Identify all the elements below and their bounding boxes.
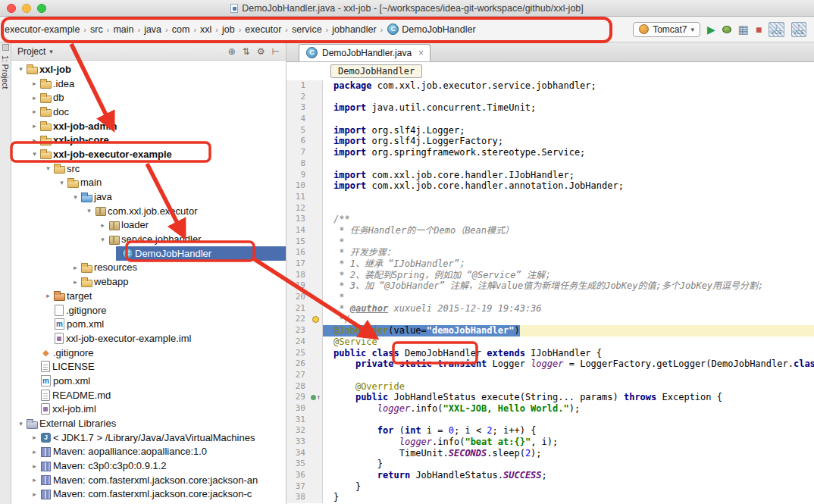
vcs-update-button[interactable]: ↓ VCS <box>769 22 784 37</box>
expand-arrow-icon[interactable]: ▸ <box>43 292 53 299</box>
expand-arrow-icon[interactable]: ▸ <box>98 221 108 229</box>
tree-item-maven-com-fasterxml-jackson-core-jackson-an[interactable]: ▸Maven: com.fasterxml.jackson.core:jacks… <box>11 473 286 487</box>
expand-arrow-icon[interactable]: ▸ <box>30 490 39 498</box>
code-line-11[interactable]: 11 <box>286 192 814 203</box>
breadcrumb-item-java[interactable]: java <box>142 23 164 36</box>
tree-item-java[interactable]: ▾java <box>11 189 286 204</box>
tree-item-readme-md[interactable]: README.md <box>11 388 286 402</box>
code-line-20[interactable]: 20 * <box>286 292 814 303</box>
code-line-18[interactable]: 18 * 2、装配到Spring，例如加 “@Service” 注解； <box>286 270 814 281</box>
tree-item-target[interactable]: ▸target <box>11 289 286 303</box>
code-line-29[interactable]: 29↑ public JobHandleStatus execute(Strin… <box>286 392 814 403</box>
code-line-3[interactable]: 3import java.util.concurrent.TimeUnit; <box>286 102 814 114</box>
code-line-5[interactable]: 5import org.slf4j.Logger; <box>286 125 814 136</box>
override-marker-icon[interactable]: ↑ <box>309 392 323 403</box>
breadcrumb-item-src[interactable]: src <box>88 23 105 36</box>
collapse-arrow-icon[interactable]: ▾ <box>57 179 67 186</box>
code-line-1[interactable]: 1package com.xxl.job.executor.service.jo… <box>286 80 814 92</box>
expand-arrow-icon[interactable]: ▸ <box>30 136 39 144</box>
code-line-33[interactable]: 33 logger.info("beat at:{}", i); <box>286 437 814 448</box>
project-tool-window-button[interactable]: 1: Project <box>1 55 10 89</box>
code-line-36[interactable]: 36 return JobHandleStatus.SUCCESS; <box>286 470 814 481</box>
tree-item-maven-com-fasterxml-jackson-core-jackson-c[interactable]: ▸Maven: com.fasterxml.jackson.core:jacks… <box>11 487 286 502</box>
code-line-12[interactable]: 12 <box>286 203 814 214</box>
locate-icon[interactable]: ⊕ <box>228 46 236 57</box>
tree-item-xxl-job-executor-example-iml[interactable]: xxl-job-executor-example.iml <box>11 331 286 346</box>
expand-arrow-icon[interactable]: ▸ <box>30 108 39 115</box>
tree-item-idea[interactable]: ▸.idea <box>11 77 286 91</box>
code-line-28[interactable]: 28 @Override <box>286 381 814 393</box>
code-line-7[interactable]: 7import org.springframework.stereotype.S… <box>286 147 814 158</box>
tree-item-xxl-job-core[interactable]: ▸xxl-job-core <box>11 133 286 147</box>
code-line-9[interactable]: 9import com.xxl.job.core.handler.IJobHan… <box>286 170 814 181</box>
code-line-6[interactable]: 6import org.slf4j.LoggerFactory; <box>286 136 814 147</box>
tree-item-xxl-job-executor-example[interactable]: ▾xxl-job-executor-example <box>11 147 286 161</box>
class-name-chip[interactable]: DemoJobHandler <box>330 64 422 78</box>
collapse-arrow-icon[interactable]: ▾ <box>98 236 108 243</box>
tree-item-external-libraries[interactable]: ▾External Libraries <box>11 416 286 430</box>
expand-arrow-icon[interactable]: ▸ <box>30 94 39 102</box>
breadcrumb-item-com[interactable]: com <box>170 23 193 36</box>
tree-item-gitignore[interactable]: ◆.gitignore <box>11 346 286 360</box>
tree-item-xxl-job-admin[interactable]: ▸xxl-job-admin <box>11 119 286 133</box>
code-line-24[interactable]: 24@Service <box>286 337 814 348</box>
editor-tab-demojobhandler[interactable]: C DemoJobHandler.java × <box>299 44 430 61</box>
code-line-37[interactable]: 37 } <box>286 481 814 493</box>
run-button[interactable]: ▶ <box>707 24 715 35</box>
code-line-15[interactable]: 15 * <box>286 236 814 248</box>
code-editor[interactable]: 1package com.xxl.job.executor.service.jo… <box>286 80 814 504</box>
code-line-23[interactable]: 23@JobHander(value="demoJobHandler") <box>286 325 814 337</box>
code-line-21[interactable]: 21 * @author xuxueli 2015-12-19 19:43:36 <box>286 303 814 315</box>
code-line-31[interactable]: 31 <box>286 415 814 426</box>
tree-item-loader[interactable]: ▸loader <box>11 218 286 233</box>
expand-arrow-icon[interactable]: ▸ <box>30 476 39 484</box>
gear-icon[interactable]: ⚙ <box>257 46 265 57</box>
tree-item-db[interactable]: ▸db <box>11 90 286 105</box>
code-line-30[interactable]: 30 logger.info("XXL-JOB, Hello World."); <box>286 403 814 415</box>
expand-arrow-icon[interactable]: ▸ <box>70 278 80 286</box>
chevron-down-icon[interactable]: ▾ <box>49 48 53 55</box>
collapse-arrow-icon[interactable]: ▾ <box>43 164 53 172</box>
tree-item-maven-c3p0-c3p0-0-9-1-2[interactable]: ▸Maven: c3p0:c3p0:0.9.1.2 <box>11 459 286 473</box>
code-line-8[interactable]: 8 <box>286 158 814 170</box>
tree-item-demojobhandler[interactable]: CDemoJobHandler <box>11 246 286 261</box>
code-line-27[interactable]: 27 <box>286 370 814 381</box>
breadcrumb-item-executor-example[interactable]: executor-example <box>2 23 82 36</box>
tree-item-xxl-job[interactable]: ▾xxl-job <box>11 62 286 77</box>
code-line-32[interactable]: 32 for (int i = 0; i < 2; i++) { <box>286 425 814 437</box>
breadcrumb-item-jobhandler[interactable]: jobhandler <box>330 23 378 36</box>
tree-item-gitignore[interactable]: .gitignore <box>11 303 286 318</box>
code-line-2[interactable]: 2 <box>286 92 814 103</box>
code-line-17[interactable]: 17 * 1、继承 “IJobHandler”； <box>286 258 814 270</box>
tree-item-doc[interactable]: ▸doc <box>11 105 286 119</box>
tree-item-com-xxl-job-executor[interactable]: ▾com.xxl.job.executor <box>11 204 286 218</box>
expand-arrow-icon[interactable]: ▸ <box>30 80 39 87</box>
code-line-10[interactable]: 10import com.xxl.job.core.handler.annota… <box>286 180 814 192</box>
hide-panel-icon[interactable]: ⊢ <box>272 46 280 57</box>
tree-item-pom-xml[interactable]: mpom.xml <box>11 317 286 331</box>
collapse-arrow-icon[interactable]: ▾ <box>16 65 26 73</box>
tree-item-service-jobhandler[interactable]: ▾service.jobhandler <box>11 232 286 246</box>
tree-item-src[interactable]: ▾src <box>11 161 286 176</box>
tree-item-license[interactable]: LICENSE <box>11 359 286 374</box>
close-tab-icon[interactable]: × <box>418 48 424 58</box>
collapse-arrow-icon[interactable]: ▾ <box>30 150 39 158</box>
breadcrumb-item-main[interactable]: main <box>111 23 136 36</box>
code-line-35[interactable]: 35 } <box>286 459 814 470</box>
vcs-commit-button[interactable]: ↑ VCS <box>791 22 806 37</box>
breadcrumb-item-service[interactable]: service <box>290 23 324 36</box>
code-line-19[interactable]: 19 * 3、加 “@JobHander” 注解，注解value值为新增任务生成… <box>286 280 814 292</box>
tree-item-jdk1-7-library-java-javavirtualmachines[interactable]: ▸J< JDK1.7 > /Library/Java/JavaVirtualMa… <box>11 430 286 445</box>
tree-item-xxl-job-iml[interactable]: xxl-job.iml <box>11 402 286 417</box>
debug-button[interactable] <box>722 26 731 33</box>
collapse-all-icon[interactable]: ⇅ <box>243 46 250 57</box>
collapse-arrow-icon[interactable]: ▾ <box>84 207 94 214</box>
tree-item-pom-xml[interactable]: mpom.xml <box>11 374 286 388</box>
breadcrumb-item-xxl[interactable]: xxl <box>198 23 214 36</box>
expand-arrow-icon[interactable]: ▸ <box>30 122 39 130</box>
code-line-13[interactable]: 13/** <box>286 214 814 225</box>
expand-arrow-icon[interactable]: ▸ <box>30 448 39 455</box>
run-config-selector[interactable]: Tomcat7 ▾ <box>633 22 700 37</box>
code-line-14[interactable]: 14 * 任务Handler的一个Demo（Bean模式） <box>286 225 814 236</box>
code-line-34[interactable]: 34 TimeUnit.SECONDS.sleep(2); <box>286 448 814 459</box>
